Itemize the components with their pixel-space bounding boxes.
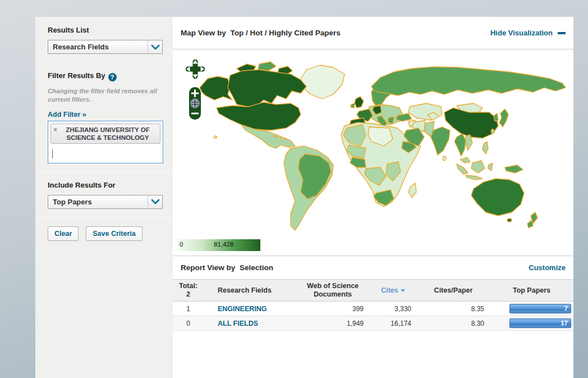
country-china [444,108,498,138]
results-list-dropdown-value: Research Fields [48,43,109,51]
chevron-down-icon [148,195,162,208]
top-papers-bar[interactable]: 7 [509,304,571,313]
country-usa [217,102,301,130]
report-view-title: Report View by Selection [181,263,273,272]
country-russia [371,67,566,95]
legend-min-value: 0 [180,241,183,248]
column-header-cites-sort[interactable]: Cites [369,286,417,295]
continent-oceania[interactable] [471,165,538,228]
map-zoom-control[interactable] [189,86,201,120]
main-panel: Map View by Top / Hot / Highly Cited Pap… [173,17,573,378]
filter-input-box[interactable]: × ZHEJIANG UNIVERSITY OF SCIENCE & TECHN… [48,121,163,163]
country-japan [499,109,508,127]
add-filter-link[interactable]: Add Filter » [48,111,86,119]
table-row: 0 ALL FIELDS 1,949 16,174 8.30 17 [173,316,573,331]
country-brazil [298,154,331,199]
map-pan-control[interactable] [184,57,206,81]
cites-per-paper-value: 8.30 [417,320,490,327]
clear-button[interactable]: Clear [48,226,79,241]
country-greenland [300,65,344,99]
legend-max-value: 81,428 [214,241,233,248]
cites-per-paper-value: 8.35 [417,305,490,313]
country-australia [471,179,524,216]
country-canada [228,70,306,107]
chevron-down-icon [148,40,162,53]
table-header-row: Total: 2 Research Fields Web of Science … [173,279,573,302]
row-rank: 1 [173,305,204,313]
sort-descending-icon [401,289,405,292]
app-content: Results List Research Fields Filter Resu… [35,17,573,378]
customize-link[interactable]: Customize [529,263,566,272]
country-new-guinea [505,165,523,173]
filter-tag[interactable]: × ZHEJIANG UNIVERSITY OF SCIENCE & TECHN… [50,124,160,144]
results-table: Total: 2 Research Fields Web of Science … [173,279,573,331]
minus-icon [558,32,566,34]
cites-value: 3,330 [369,305,417,313]
column-header-top-papers: Top Papers [490,286,573,295]
map-view-header: Map View by Top / Hot / Highly Cited Pap… [173,17,573,49]
sidebar-actions: Clear Save Criteria [35,217,173,249]
text-caret [52,149,53,158]
map-controls [184,57,206,122]
include-results-heading: Include Results For [48,181,162,189]
research-field-link[interactable]: ALL FIELDS [218,320,258,327]
include-results-dropdown-value: Top Papers [48,198,92,206]
continent-south-america[interactable] [284,146,333,230]
filter-section: Filter Results By? Changing the filter f… [35,62,173,171]
wos-documents-value: 1,949 [296,320,369,327]
top-papers-bar[interactable]: 17 [509,318,571,328]
hide-visualization-link[interactable]: Hide Visualization [490,29,566,37]
column-header-cites-per-paper: Cites/Paper [417,286,490,295]
sidebar: Results List Research Fields Filter Resu… [35,17,173,378]
cites-value: 16,174 [369,320,417,327]
country-uk [355,97,364,108]
include-results-dropdown[interactable]: Top Papers [48,195,163,209]
wos-documents-value: 399 [296,305,369,313]
research-field-link[interactable]: ENGINEERING [218,305,267,313]
results-list-section: Results List Research Fields [35,17,173,62]
country-madagascar [408,183,416,198]
filter-heading: Filter Results By? [48,71,162,81]
column-header-wos-documents: Web of Science Documents [296,282,369,299]
remove-filter-icon[interactable]: × [53,126,57,133]
map-view-title: Map View by Top / Hot / Highly Cited Pap… [181,29,341,37]
table-row: 1 ENGINEERING 399 3,330 8.35 7 [173,302,573,316]
map-color-legend: 0 81,428 [177,239,260,251]
save-criteria-button[interactable]: Save Criteria [86,226,142,241]
row-rank: 0 [173,320,204,327]
continent-north-america[interactable] [200,62,344,148]
column-header-research-fields: Research Fields [204,286,296,295]
results-list-heading: Results List [48,26,162,34]
report-view-header: Report View by Selection Customize [173,256,573,279]
results-list-dropdown[interactable]: Research Fields [48,40,163,54]
map-visualization: 0 81,428 [173,49,573,256]
filter-note: Changing the filter field removes all cu… [48,87,160,104]
filter-tag-label: ZHEJIANG UNIVERSITY OF SCIENCE & TECHNOL… [59,126,157,142]
country-india [431,127,450,155]
world-choropleth-map[interactable] [181,52,570,238]
help-icon[interactable]: ? [108,73,117,81]
total-header: Total: 2 [173,282,204,299]
include-results-section: Include Results For Top Papers [35,172,173,217]
